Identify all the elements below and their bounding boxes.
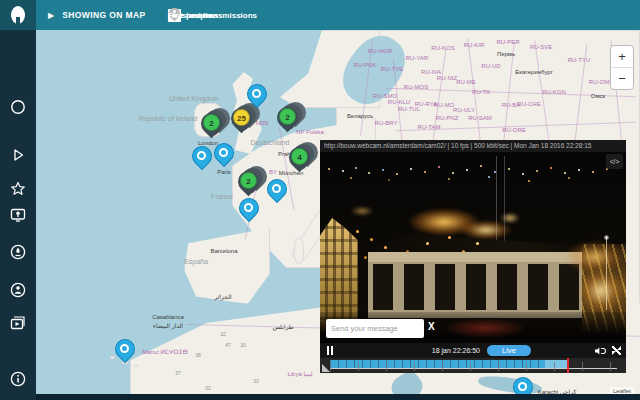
screens-pin-icon[interactable] [9,206,27,224]
ring-icon[interactable] [9,98,27,116]
filter-label: Finished transmissions [168,11,257,20]
zoom-out-button[interactable]: − [611,68,633,90]
light-glow [578,268,624,314]
topbar-title: SHOWING ON MAP [62,10,146,20]
video-library-icon[interactable] [9,314,27,332]
map-label: France [211,193,233,200]
map-label: Casablanca [152,314,184,320]
info-icon[interactable] [9,370,27,388]
zoom-in-button[interactable]: + [611,46,633,68]
window-lights [356,230,359,233]
volume-icon[interactable] [595,347,604,355]
timeline-scrubber[interactable] [320,358,626,373]
sidebar [0,0,36,400]
camera-marker[interactable] [211,142,237,170]
cluster-count: 2 [203,114,220,131]
star-icon[interactable] [9,180,27,198]
resize-grip[interactable] [322,364,330,372]
stream-info-bar: http://bouw.webcam.nl/amsterdam/cam02/ |… [320,140,626,152]
live-button[interactable]: Live [487,345,531,356]
video-overlay: http://bouw.webcam.nl/amsterdam/cam02/ |… [320,140,626,373]
timeline-playhead[interactable] [567,358,569,373]
map-label: الدار البيضاء [153,322,183,329]
pause-button[interactable] [327,343,335,358]
topbar: ▶ SHOWING ON MAP All✓Live cameras✓Live p… [36,0,640,30]
close-icon[interactable]: X [428,321,435,332]
logo-icon [11,6,25,24]
camera-marker[interactable] [112,338,138,366]
camera-marker[interactable] [236,197,262,225]
cluster-count: 2 [279,108,296,125]
street-lamp [606,238,607,310]
crane-silhouette [496,156,506,242]
map-zoom-control: + − [610,45,634,90]
gray-building-facade [368,252,586,318]
play-icon[interactable] [9,146,27,164]
collapse-arrow-icon[interactable]: ▶ [48,11,54,20]
cluster-count: 25 [233,109,250,126]
cluster-marker[interactable]: 2 [276,106,312,136]
player-controls: 18 jan 22:26:50 Live [320,343,626,358]
cluster-marker[interactable]: 4 [288,146,324,176]
globe-icon[interactable] [9,281,27,299]
map-land-iberia [184,228,270,304]
cluster-count: 2 [240,172,257,189]
bottom-edge-bar [36,394,640,400]
video-frame[interactable] [320,152,626,343]
window-row [373,264,581,310]
cluster-count: 4 [291,148,308,165]
map-island-sardinia [294,238,304,264]
camera-marker[interactable] [244,83,270,111]
city-lights [328,168,330,170]
embed-code-button[interactable]: </> [606,154,623,169]
app-logo-button[interactable] [0,0,36,30]
playback-timestamp: 18 jan 22:26:50 [404,343,480,358]
app-window: United KingdomRepublic of IrelandDeutsch… [0,0,640,400]
cluster-marker[interactable]: 25 [230,107,266,137]
fullscreen-icon[interactable] [612,346,621,355]
message-input[interactable] [326,319,424,338]
camera-marker[interactable] [264,178,290,206]
light-glow [346,204,378,218]
flame-icon[interactable] [9,243,27,261]
map-label: Republic of Ireland [139,115,197,122]
timeline-ticks [330,362,617,371]
map-label: United Kingdom [169,95,219,102]
